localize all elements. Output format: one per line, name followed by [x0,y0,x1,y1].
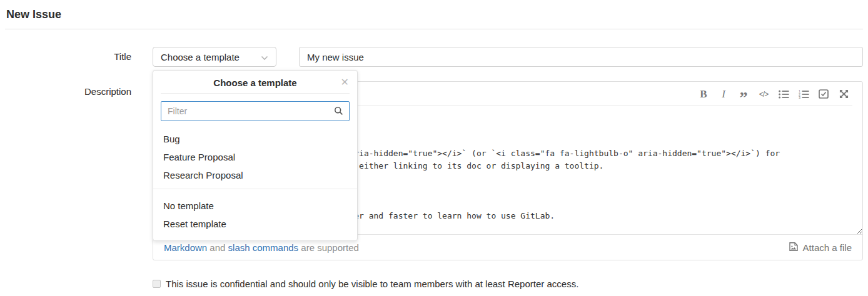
description-label: Description [0,81,131,260]
page-header: New Issue [5,0,863,29]
dropdown-header: Choose a template ✕ [153,71,357,93]
issue-title-input[interactable] [299,47,863,67]
svg-text:3: 3 [799,96,800,99]
confidential-row: This issue is confidential and should on… [153,279,868,289]
markdown-link[interactable]: Markdown [164,242,207,253]
template-action-no-template[interactable]: No template [153,197,357,215]
slash-commands-link[interactable]: slash commands [228,242,299,253]
attach-file-icon [789,242,803,254]
attach-file-label: Attach a file [803,242,852,253]
confidential-label: This issue is confidential and should on… [166,279,578,289]
filter-wrap [161,101,350,121]
dropdown-title: Choose a template [153,77,357,88]
dropdown-header-divider [161,93,350,94]
template-action-reset-template[interactable]: Reset template [153,215,357,233]
close-icon[interactable]: ✕ [341,76,349,89]
fullscreen-icon[interactable] [834,85,854,104]
template-item-bug[interactable]: Bug [153,130,357,148]
task-list-icon[interactable] [814,85,834,104]
markdown-help-text: Markdown and slash commands are supporte… [164,242,359,253]
italic-icon[interactable]: I [714,85,734,104]
attach-file-button[interactable]: Attach a file [789,242,852,254]
chevron-down-icon [261,52,268,62]
supported-text: are supported [298,242,359,253]
template-list: Bug Feature Proposal Research Proposal N… [153,129,357,233]
dropdown-list-divider [153,189,357,189]
title-content: Choose a template [153,47,863,67]
and-text: and [207,242,228,253]
choose-template-button-label: Choose a template [161,52,240,62]
confidential-checkbox[interactable] [153,280,161,288]
template-item-feature-proposal[interactable]: Feature Proposal [153,148,357,166]
template-item-research-proposal[interactable]: Research Proposal [153,166,357,184]
quote-icon[interactable]: ” [734,85,754,104]
bold-icon[interactable]: B [694,85,714,104]
page-title: New Issue [6,8,862,21]
numbered-list-icon[interactable]: 123 [794,85,814,104]
choose-template-button[interactable]: Choose a template [153,47,276,67]
template-dropdown-panel: Choose a template ✕ Bug Feature Proposal… [153,70,358,241]
code-icon[interactable]: </> [754,85,774,104]
bullet-list-icon[interactable] [774,85,794,104]
search-icon [334,106,343,118]
title-row: Title Choose a template [0,47,868,67]
template-filter-input[interactable] [161,101,350,121]
title-label: Title [0,47,131,67]
description-row: Description B I ” </> 123 [0,81,868,260]
